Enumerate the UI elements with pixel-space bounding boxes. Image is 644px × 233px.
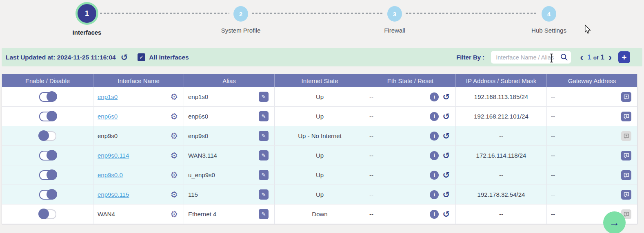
eth-state-cell: -- i ↺ bbox=[365, 185, 456, 204]
edit-alias-icon[interactable]: ✎ bbox=[259, 92, 269, 102]
enable-toggle[interactable] bbox=[39, 151, 56, 160]
reset-icon[interactable]: ↺ bbox=[442, 132, 450, 140]
edit-alias-icon[interactable]: ✎ bbox=[259, 150, 269, 160]
reset-icon[interactable]: ↺ bbox=[442, 171, 450, 179]
refresh-icon[interactable]: ↺ bbox=[121, 53, 128, 62]
internet-state-text: Up bbox=[316, 152, 324, 159]
pagination-status: 1 of 1 bbox=[587, 53, 604, 62]
eth-state-actions: i ↺ bbox=[430, 112, 450, 121]
next-page-icon[interactable]: › bbox=[608, 53, 612, 62]
info-icon[interactable]: i bbox=[430, 190, 439, 199]
step-label: Hub Settings bbox=[516, 27, 582, 34]
gateway-text: -- bbox=[551, 191, 555, 198]
edit-alias-icon[interactable]: ✎ bbox=[259, 131, 269, 141]
interface-name-link[interactable]: enp9s0.115 bbox=[98, 191, 129, 198]
column-header-alias: Alias bbox=[184, 74, 275, 87]
interface-name-cell: enp6s0 ⚙ bbox=[93, 107, 184, 126]
reset-icon[interactable]: ↺ bbox=[442, 210, 450, 218]
search-icon[interactable] bbox=[560, 53, 568, 61]
info-icon[interactable]: i bbox=[430, 132, 439, 141]
internet-state-text: Down bbox=[312, 211, 327, 218]
settings-gear-icon[interactable]: ⚙ bbox=[170, 132, 178, 140]
step-firewall[interactable]: 3 Firewall bbox=[362, 4, 427, 34]
ping-comment-icon[interactable] bbox=[621, 151, 631, 160]
step-system-profile[interactable]: 2 System Profile bbox=[208, 4, 273, 34]
ping-comment-icon[interactable] bbox=[621, 170, 631, 180]
toggle-knob bbox=[47, 169, 57, 180]
all-interfaces-checkbox[interactable]: ✓ bbox=[138, 53, 145, 61]
table-body: enp1s0 ⚙ enp1s0 ✎ Up -- i ↺ 192.168.113.… bbox=[2, 87, 637, 224]
interface-name-link[interactable]: enp9s0.114 bbox=[98, 152, 129, 159]
enable-toggle[interactable] bbox=[39, 112, 56, 121]
eth-state-cell: -- i ↺ bbox=[365, 87, 456, 106]
edit-alias-icon[interactable]: ✎ bbox=[259, 209, 269, 219]
step-number-badge[interactable]: 4 bbox=[542, 6, 556, 22]
ip-address-cell: -- bbox=[456, 165, 547, 185]
reset-icon[interactable]: ↺ bbox=[442, 190, 450, 199]
enable-toggle[interactable] bbox=[39, 92, 56, 102]
gateway-cell: -- bbox=[547, 185, 637, 204]
settings-gear-icon[interactable]: ⚙ bbox=[170, 92, 178, 101]
enable-toggle[interactable] bbox=[39, 170, 56, 180]
alias-cell: Ethernet 4 ✎ bbox=[184, 204, 275, 224]
interfaces-table: Enable / Disable Interface Name Alias In… bbox=[2, 74, 637, 224]
alias-cell: WAN3.114 ✎ bbox=[184, 146, 275, 165]
checkmark-icon: ✓ bbox=[139, 54, 144, 60]
column-header-ip-address: IP Address / Subnet Mask bbox=[456, 74, 547, 87]
column-header-gateway-address: Gateway Address bbox=[547, 74, 637, 87]
step-number-badge[interactable]: 2 bbox=[233, 6, 248, 22]
interface-name-link[interactable]: enp6s0 bbox=[98, 113, 118, 120]
reset-icon[interactable]: ↺ bbox=[442, 92, 450, 101]
ip-address-text: -- bbox=[499, 211, 503, 218]
next-step-button[interactable]: → bbox=[603, 211, 626, 233]
settings-gear-icon[interactable]: ⚙ bbox=[170, 112, 178, 121]
enable-disable-cell bbox=[2, 146, 93, 165]
toggle-knob bbox=[47, 91, 57, 102]
alias-cell: enp6s0 ✎ bbox=[184, 107, 275, 126]
eth-state-text: -- bbox=[369, 132, 373, 139]
step-hub-settings[interactable]: 4 Hub Settings bbox=[516, 4, 582, 34]
gateway-text: -- bbox=[551, 132, 555, 139]
settings-gear-icon[interactable]: ⚙ bbox=[170, 190, 178, 199]
step-label: Interfaces bbox=[54, 29, 120, 36]
step-number-badge[interactable]: 3 bbox=[387, 6, 402, 22]
eth-state-cell: -- i ↺ bbox=[365, 126, 456, 145]
eth-state-actions: i ↺ bbox=[430, 151, 450, 160]
step-interfaces[interactable]: 1 Interfaces bbox=[54, 4, 120, 36]
ip-address-cell: -- bbox=[456, 204, 547, 224]
gateway-cell: -- bbox=[547, 146, 637, 165]
edit-alias-icon[interactable]: ✎ bbox=[259, 170, 269, 180]
ip-address-cell: 172.16.114.118/24 bbox=[456, 146, 547, 165]
edit-alias-icon[interactable]: ✎ bbox=[259, 189, 269, 200]
info-icon[interactable]: i bbox=[430, 151, 439, 160]
alias-text: enp1s0 bbox=[188, 93, 208, 100]
step-number-badge[interactable]: 1 bbox=[78, 4, 96, 23]
gateway-cell: -- bbox=[547, 165, 637, 185]
table-row: enp9s0.0 ⚙ u_enp9s0 ✎ Up -- i ↺ -- - bbox=[2, 165, 637, 185]
table-row: WAN4 ⚙ Ethernet 4 ✎ Down -- i ↺ -- - bbox=[2, 204, 637, 224]
info-icon[interactable]: i bbox=[430, 171, 439, 180]
settings-gear-icon[interactable]: ⚙ bbox=[170, 171, 178, 179]
enable-toggle[interactable] bbox=[39, 131, 56, 141]
eth-state-cell: -- i ↺ bbox=[365, 146, 456, 165]
prev-page-icon[interactable]: ‹ bbox=[580, 53, 583, 62]
reset-icon[interactable]: ↺ bbox=[442, 151, 450, 160]
reset-icon[interactable]: ↺ bbox=[442, 112, 450, 121]
info-icon[interactable]: i bbox=[430, 112, 439, 121]
enable-toggle[interactable] bbox=[39, 190, 56, 200]
ping-comment-icon[interactable] bbox=[621, 131, 631, 141]
add-interface-button[interactable]: + bbox=[618, 51, 630, 63]
settings-gear-icon[interactable]: ⚙ bbox=[170, 210, 178, 218]
interface-name-link[interactable]: enp9s0.0 bbox=[98, 171, 123, 178]
interface-name-link[interactable]: enp1s0 bbox=[98, 93, 118, 100]
settings-gear-icon[interactable]: ⚙ bbox=[170, 151, 178, 160]
ping-comment-icon[interactable] bbox=[621, 92, 631, 102]
info-icon[interactable]: i bbox=[430, 210, 439, 219]
enable-toggle[interactable] bbox=[39, 209, 56, 219]
alias-text: enp9s0 bbox=[188, 132, 208, 139]
info-icon[interactable]: i bbox=[430, 92, 439, 101]
column-header-internet-state: Internet State bbox=[275, 74, 365, 87]
edit-alias-icon[interactable]: ✎ bbox=[259, 111, 269, 121]
ping-comment-icon[interactable] bbox=[621, 190, 631, 200]
ping-comment-icon[interactable] bbox=[621, 112, 631, 121]
